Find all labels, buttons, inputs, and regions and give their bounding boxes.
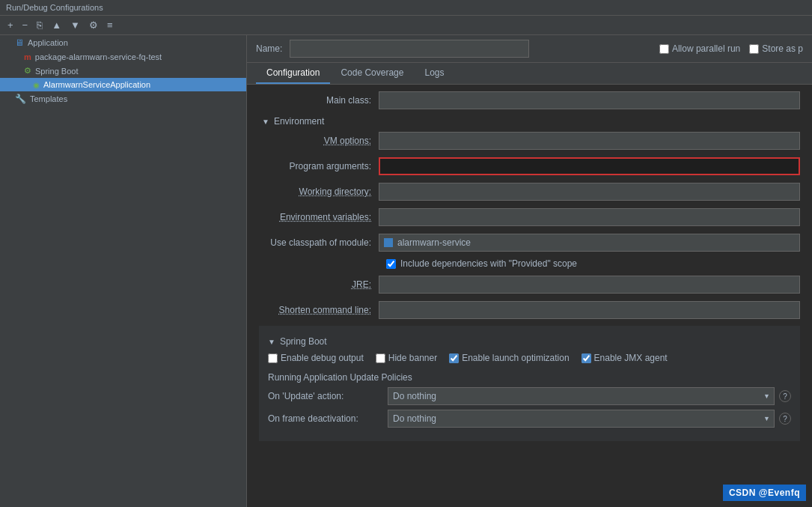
working-dir-row: Working directory: (259, 182, 800, 201)
enable-launch-label[interactable]: Enable launch optimization (449, 353, 569, 363)
enable-jmx-checkbox[interactable] (581, 353, 591, 363)
vm-options-row: VM options: (259, 131, 800, 151)
config-panel: Name: AlarmwarnServiceApplication Allow … (247, 35, 812, 507)
add-button[interactable]: + (4, 18, 16, 32)
settings1-button[interactable]: ⚙ (86, 18, 101, 32)
springboot-group-label: Spring Boot (35, 67, 78, 76)
springboot-app-label: AlarmwarnServiceApplication (43, 80, 150, 89)
jre-label: JRE: (259, 279, 379, 290)
main-class-row: Main class: com.inspur.alarm.AlarmwarnSe… (259, 91, 800, 110)
on-frame-select[interactable]: Do nothing Update classes and resources … (388, 410, 775, 428)
name-input[interactable]: AlarmwarnServiceApplication (290, 40, 529, 58)
include-deps-checkbox[interactable] (386, 259, 396, 269)
application-label: Application (28, 38, 68, 47)
main-class-label: Main class: (259, 95, 379, 106)
main-content: 🖥 Application m package-alarmwarn-servic… (0, 35, 812, 507)
environment-triangle: ▼ (262, 118, 269, 126)
working-dir-input[interactable] (379, 183, 800, 201)
on-frame-select-wrapper: Do nothing Update classes and resources … (388, 410, 775, 428)
springboot-group-icon: ⚙ (24, 66, 31, 76)
jre-input[interactable]: Default (1.8 - SDK of 'alarmwarn-service… (379, 276, 800, 294)
vm-options-input[interactable] (379, 132, 800, 150)
store-as-label[interactable]: Store as p (749, 43, 803, 54)
templates-icon: 🔧 (15, 94, 26, 104)
classpath-label: Use classpath of module: (259, 237, 379, 248)
right-options: Allow parallel run Store as p (659, 43, 803, 54)
running-update-section: Running Application Update Policies On '… (268, 369, 791, 435)
templates-label: Templates (30, 94, 67, 103)
sidebar: 🖥 Application m package-alarmwarn-servic… (0, 35, 247, 507)
store-as-checkbox[interactable] (749, 44, 759, 54)
title-bar: Run/Debug Configurations (0, 0, 812, 16)
spring-boot-checkboxes-row: Enable debug output Hide banner Enable l… (268, 353, 791, 363)
include-deps-row: Include dependencies with "Provided" sco… (259, 258, 800, 269)
environment-label: Environment (274, 116, 324, 127)
module-name: alarmwarn-service (397, 237, 471, 248)
copy-button[interactable]: ⎘ (34, 18, 46, 32)
on-frame-help-icon[interactable]: ? (779, 413, 791, 425)
module-icon (384, 238, 393, 247)
move-up-button[interactable]: ▲ (49, 18, 64, 32)
title-text: Run/Debug Configurations (6, 3, 103, 12)
maven-label: package-alarmwarn-service-fq-test (35, 52, 162, 61)
spring-boot-triangle: ▼ (268, 338, 275, 346)
toolbar: + − ⎘ ▲ ▼ ⚙ ≡ (0, 16, 812, 35)
hide-banner-checkbox[interactable] (376, 353, 385, 363)
name-label: Name: (256, 43, 282, 54)
sidebar-item-maven[interactable]: m package-alarmwarn-service-fq-test (0, 50, 246, 64)
module-select-box[interactable]: alarmwarn-service (379, 234, 800, 252)
env-vars-label: Environment variables: (259, 212, 379, 222)
spring-boot-section: ▼ Spring Boot Enable debug output Hide b… (259, 326, 800, 441)
on-frame-row: On frame deactivation: Do nothing Update… (268, 410, 791, 428)
vm-options-label: VM options: (259, 136, 379, 146)
running-update-title: Running Application Update Policies (268, 372, 791, 383)
watermark: CSDN @Evenfq (723, 485, 806, 501)
shorten-cmd-label: Shorten command line: (259, 305, 379, 315)
application-icon: 🖥 (15, 37, 24, 48)
on-update-select[interactable]: Do nothing Update classes and resources … (388, 387, 775, 405)
env-vars-row: Environment variables: (259, 207, 800, 227)
enable-debug-checkbox[interactable] (268, 353, 278, 363)
sidebar-item-springboot-app[interactable]: ◉ AlarmwarnServiceApplication (0, 78, 246, 91)
springboot-app-icon: ◉ (33, 81, 40, 89)
allow-parallel-checkbox[interactable] (659, 44, 669, 54)
sidebar-item-springboot-group[interactable]: ⚙ Spring Boot (0, 64, 246, 78)
on-update-row: On 'Update' action: Do nothing Update cl… (268, 387, 791, 405)
tab-configuration[interactable]: Configuration (256, 63, 330, 84)
allow-parallel-label[interactable]: Allow parallel run (659, 43, 740, 54)
program-args-row: Program arguments: --spring.profiles.act… (259, 157, 800, 176)
tab-logs[interactable]: Logs (414, 63, 454, 84)
enable-jmx-label[interactable]: Enable JMX agent (581, 353, 668, 363)
spring-boot-section-header: ▼ Spring Boot (268, 336, 791, 347)
sidebar-item-application[interactable]: 🖥 Application (0, 35, 246, 50)
program-args-label: Program arguments: (259, 161, 379, 171)
hide-banner-label[interactable]: Hide banner (376, 353, 437, 363)
shorten-cmd-input[interactable]: user-local default: none - java [options… (379, 301, 800, 319)
spring-boot-label: Spring Boot (280, 336, 327, 347)
move-down-button[interactable]: ▼ (67, 18, 83, 32)
program-args-input[interactable]: --spring.profiles.active=fq-test (379, 157, 800, 175)
env-vars-input[interactable] (379, 208, 800, 226)
include-deps-label: Include dependencies with "Provided" sco… (400, 258, 577, 269)
main-class-input[interactable]: com.inspur.alarm.AlarmwarnServiceApplica… (379, 91, 800, 109)
environment-section-header: ▼ Environment (259, 116, 800, 127)
classpath-row: Use classpath of module: alarmwarn-servi… (259, 233, 800, 252)
form-body: Main class: com.inspur.alarm.AlarmwarnSe… (247, 85, 812, 447)
tab-code-coverage[interactable]: Code Coverage (330, 63, 414, 84)
enable-debug-label[interactable]: Enable debug output (268, 353, 364, 363)
working-dir-label: Working directory: (259, 186, 379, 197)
on-update-help-icon[interactable]: ? (779, 390, 791, 402)
sidebar-item-templates[interactable]: 🔧 Templates (0, 91, 246, 106)
on-frame-label: On frame deactivation: (268, 413, 388, 424)
tabs-bar: Configuration Code Coverage Logs (247, 63, 812, 85)
remove-button[interactable]: − (19, 18, 31, 32)
on-update-select-wrapper: Do nothing Update classes and resources … (388, 387, 775, 405)
enable-launch-checkbox[interactable] (449, 353, 459, 363)
on-update-label: On 'Update' action: (268, 391, 388, 401)
shorten-cmd-row: Shorten command line: user-local default… (259, 300, 800, 320)
config-header: Name: AlarmwarnServiceApplication Allow … (247, 35, 812, 63)
maven-icon: m (24, 52, 31, 61)
settings2-button[interactable]: ≡ (104, 18, 116, 32)
jre-row: JRE: Default (1.8 - SDK of 'alarmwarn-se… (259, 275, 800, 294)
